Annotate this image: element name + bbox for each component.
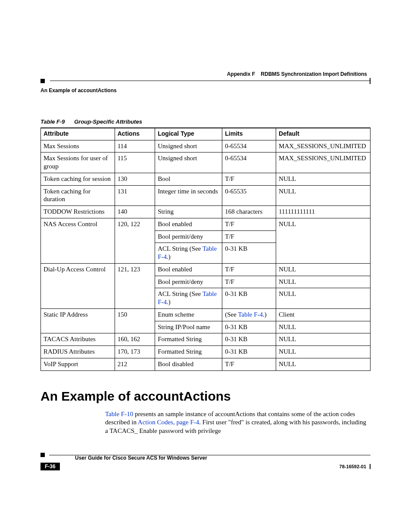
table-f4-link[interactable]: Table F-4: [238, 311, 263, 318]
cell-actions: 131: [115, 185, 155, 206]
cell-logical-type: String: [155, 206, 222, 218]
cell-logical-type: Unsigned short: [155, 152, 222, 173]
rule-end-tick: [370, 464, 371, 469]
cell-actions: 150: [115, 308, 155, 333]
cell-logical-type: ACL String (See Table F-4.): [155, 288, 222, 309]
page-footer: User Guide for Cisco Secure ACS for Wind…: [40, 452, 371, 470]
th-limits: Limits: [222, 128, 276, 140]
cell-attribute: Token caching for duration: [41, 185, 115, 206]
cell-limits: 0-31 KB: [222, 333, 276, 346]
cell-default: NULL: [276, 263, 371, 276]
table-row: Token caching for session 130 Bool T/F N…: [41, 173, 371, 185]
cell-logical-type: Unsigned short: [155, 140, 222, 152]
cell-logical-type: Bool permit/deny: [155, 230, 222, 243]
cell-default: 111111111111: [276, 206, 371, 218]
cell-limits: T/F: [222, 230, 276, 243]
cell-default: MAX_SESSIONS_UNLIMITED: [276, 140, 371, 152]
cell-logical-type: Bool permit/deny: [155, 276, 222, 288]
cell-logical-type: Bool enabled: [155, 263, 222, 276]
cell-limits: 0-31 KB: [222, 346, 276, 358]
table-title: Group-Specific Attributes: [74, 118, 142, 125]
cell-actions: 114: [115, 140, 155, 152]
cell-attribute: Static IP Address: [41, 308, 115, 333]
table-row: Static IP Address 150 Enum scheme (See T…: [41, 308, 371, 321]
cell-actions: 212: [115, 358, 155, 370]
section-tag: An Example of accountActions: [40, 87, 371, 93]
body-paragraph: Table F-10 presents an sample instance o…: [105, 410, 371, 436]
cell-logical-type: Formatted String: [155, 346, 222, 358]
doc-id: 78-16592-01: [339, 464, 371, 469]
cell-default: NULL: [276, 173, 371, 185]
cell-limits: T/F: [222, 263, 276, 276]
cell-actions: 140: [115, 206, 155, 218]
table-row: VoIP Support 212 Bool disabled T/F NULL: [41, 358, 371, 370]
cell-attribute: NAS Access Control: [41, 218, 115, 263]
action-codes-link[interactable]: Action Codes, page F-4: [138, 419, 199, 426]
cell-logical-type: Formatted String: [155, 333, 222, 346]
cell-limits: 0-65534: [222, 140, 276, 152]
cell-logical-type: String IP/Pool name: [155, 321, 222, 333]
cell-actions: 160, 162: [115, 333, 155, 346]
table-row: Max Sessions 114 Unsigned short 0-65534 …: [41, 140, 371, 152]
th-logical-type: Logical Type: [155, 128, 222, 140]
rule-line: [50, 81, 370, 81]
page-number: F-36: [40, 463, 60, 470]
cell-limits: 168 characters: [222, 206, 276, 218]
cell-logical-type: Bool enabled: [155, 218, 222, 230]
footer-guide-title: User Guide for Cisco Secure ACS for Wind…: [75, 455, 371, 461]
cell-attribute: VoIP Support: [41, 358, 115, 370]
table-row: NAS Access Control 120, 122 Bool enabled…: [41, 218, 371, 230]
appendix-title: RDBMS Synchronization Import Definitions: [261, 71, 367, 77]
cell-limits: 0-31 KB: [222, 288, 276, 309]
square-bullet-icon: [40, 79, 45, 83]
table-f10-link[interactable]: Table F-10: [105, 411, 133, 417]
rule-end-tick: [370, 78, 371, 84]
cell-attribute: Max Sessions: [41, 140, 115, 152]
cell-actions: 115: [115, 152, 155, 173]
cell-limits: 0-31 KB: [222, 243, 276, 264]
cell-default: NULL: [276, 218, 371, 263]
table-row: TACACS Attributes 160, 162 Formatted Str…: [41, 333, 371, 346]
table-row: RADIUS Attributes 170, 173 Formatted Str…: [41, 346, 371, 358]
cell-default: NULL: [276, 346, 371, 358]
cell-limits: T/F: [222, 218, 276, 230]
cell-actions: 130: [115, 173, 155, 185]
cell-actions: 170, 173: [115, 346, 155, 358]
attributes-table: Attribute Actions Logical Type Limits De…: [40, 128, 371, 371]
section-heading: An Example of accountActions: [40, 389, 371, 404]
cell-limits: 0-31 KB: [222, 321, 276, 333]
square-bullet-icon: [40, 453, 45, 457]
cell-logical-type: Enum scheme: [155, 308, 222, 321]
cell-logical-type: Bool: [155, 173, 222, 185]
cell-attribute: Token caching for session: [41, 173, 115, 185]
cell-logical-type: ACL String (See Table F-4.): [155, 243, 222, 264]
table-row: Max Sessions for user of group 115 Unsig…: [41, 152, 371, 173]
cell-default: NULL: [276, 321, 371, 333]
table-row: Token caching for duration 131 Integer t…: [41, 185, 371, 206]
cell-attribute: Dial-Up Access Control: [41, 263, 115, 308]
cell-limits: (See Table F-4.): [222, 308, 276, 321]
appendix-label: Appendix F: [227, 71, 255, 77]
cell-attribute: RADIUS Attributes: [41, 346, 115, 358]
cell-default: NULL: [276, 288, 371, 309]
cell-limits: 0-65534: [222, 152, 276, 173]
th-default: Default: [276, 128, 371, 140]
running-header: Appendix F RDBMS Synchronization Import …: [40, 71, 371, 77]
cell-logical-type: Integer time in seconds: [155, 185, 222, 206]
cell-limits: T/F: [222, 276, 276, 288]
table-number: Table F-9: [40, 118, 65, 125]
table-header-row: Attribute Actions Logical Type Limits De…: [41, 128, 371, 140]
cell-limits: T/F: [222, 173, 276, 185]
cell-attribute: TODDOW Restrictions: [41, 206, 115, 218]
cell-actions: 120, 122: [115, 218, 155, 263]
cell-default: NULL: [276, 276, 371, 288]
th-actions: Actions: [115, 128, 155, 140]
cell-default: NULL: [276, 358, 371, 370]
cell-actions: 121, 123: [115, 263, 155, 308]
th-attribute: Attribute: [41, 128, 115, 140]
cell-limits: 0-65535: [222, 185, 276, 206]
cell-logical-type: Bool disabled: [155, 358, 222, 370]
cell-default: NULL: [276, 185, 371, 206]
cell-limits: T/F: [222, 358, 276, 370]
cell-attribute: TACACS Attributes: [41, 333, 115, 346]
